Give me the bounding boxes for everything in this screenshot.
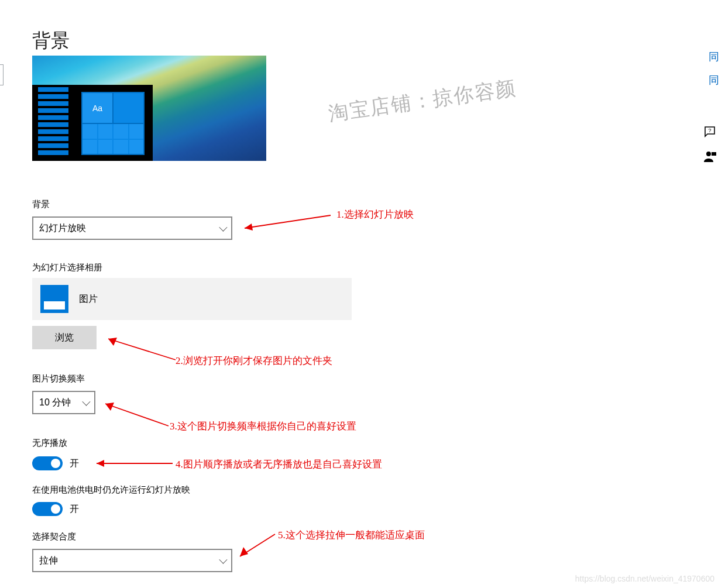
arrow-5 bbox=[233, 529, 280, 562]
background-preview: Aa bbox=[32, 56, 266, 161]
svg-marker-1 bbox=[245, 223, 253, 231]
svg-rect-12 bbox=[712, 152, 716, 156]
browse-button-label: 浏览 bbox=[55, 332, 74, 342]
feedback-person-icon[interactable] bbox=[703, 150, 717, 164]
fit-label: 选择契合度 bbox=[32, 531, 76, 542]
album-folder-name: 图片 bbox=[79, 293, 98, 305]
annotation-4: 4.图片顺序播放或者无序播放也是自己喜好设置 bbox=[176, 458, 382, 471]
battery-label: 在使用电池供电时仍允许运行幻灯片放映 bbox=[32, 484, 190, 496]
svg-line-2 bbox=[108, 339, 176, 360]
fit-dropdown[interactable]: 拉伸 bbox=[32, 549, 232, 572]
battery-toggle[interactable] bbox=[32, 502, 63, 516]
watermark-slanted: 淘宝店铺：掠你容颜 bbox=[327, 75, 518, 128]
chevron-down-icon bbox=[219, 223, 227, 232]
battery-state-label: 开 bbox=[70, 503, 79, 515]
shuffle-label: 无序播放 bbox=[32, 438, 67, 449]
annotation-5: 5.这个选择拉伸一般都能适应桌面 bbox=[278, 528, 425, 542]
arrow-3 bbox=[98, 398, 174, 430]
background-label: 背景 bbox=[32, 199, 50, 210]
album-folder-item[interactable]: 图片 bbox=[32, 278, 352, 320]
chevron-down-icon bbox=[82, 398, 90, 406]
preview-tiles: Aa bbox=[81, 92, 145, 155]
arrow-1 bbox=[234, 211, 334, 234]
arrow-2 bbox=[99, 331, 181, 366]
page-title: 背景 bbox=[32, 28, 70, 54]
shuffle-state-label: 开 bbox=[70, 458, 79, 470]
svg-line-4 bbox=[105, 404, 169, 426]
watermark-bottom: https://blog.csdn.net/weixin_41970600 bbox=[575, 574, 714, 583]
arrow-4 bbox=[88, 455, 176, 470]
preview-sidebar-lines bbox=[38, 87, 68, 155]
annotation-3: 3.这个图片切换频率根据你自己的喜好设置 bbox=[170, 419, 356, 433]
preview-tile-aa: Aa bbox=[83, 93, 112, 123]
svg-point-11 bbox=[706, 152, 711, 156]
browse-button[interactable]: 浏览 bbox=[32, 326, 97, 349]
frequency-dropdown[interactable]: 10 分钟 bbox=[32, 391, 95, 414]
frequency-dropdown-value: 10 分钟 bbox=[39, 397, 71, 409]
fit-dropdown-value: 拉伸 bbox=[39, 555, 58, 567]
folder-icon bbox=[40, 285, 68, 313]
svg-marker-7 bbox=[97, 460, 104, 467]
preview-tile bbox=[114, 93, 143, 123]
battery-toggle-row: 开 bbox=[32, 502, 79, 516]
album-label: 为幻灯片选择相册 bbox=[32, 262, 102, 273]
background-dropdown-value: 幻灯片放映 bbox=[39, 222, 86, 235]
chevron-down-icon bbox=[219, 556, 227, 564]
svg-line-0 bbox=[245, 215, 331, 228]
shuffle-toggle[interactable] bbox=[32, 456, 63, 470]
frequency-label: 图片切换频率 bbox=[32, 373, 85, 384]
background-dropdown[interactable]: 幻灯片放映 bbox=[32, 216, 232, 240]
annotation-2: 2.浏览打开你刚才保存图片的文件夹 bbox=[176, 354, 332, 367]
svg-marker-3 bbox=[108, 338, 117, 346]
help-chat-icon[interactable]: ? bbox=[703, 125, 717, 139]
right-link-1[interactable]: 同 bbox=[709, 50, 719, 64]
shuffle-toggle-row: 开 bbox=[32, 456, 79, 470]
right-link-2[interactable]: 同 bbox=[709, 73, 719, 87]
preview-tile-grid bbox=[83, 124, 143, 154]
annotation-1: 1.选择幻灯片放映 bbox=[336, 208, 414, 221]
svg-text:?: ? bbox=[708, 128, 711, 133]
left-nav-stub bbox=[0, 64, 4, 85]
